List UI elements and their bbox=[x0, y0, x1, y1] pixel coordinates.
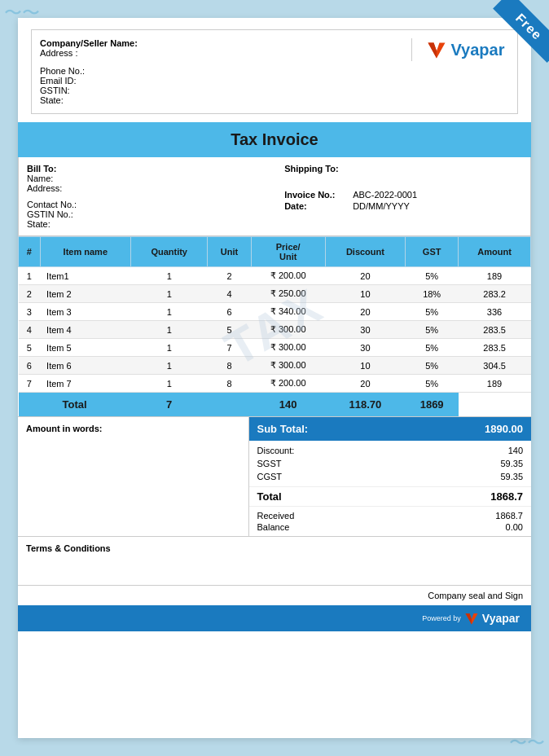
terms-section: Terms & Conditions bbox=[18, 536, 531, 585]
balance-value: 0.00 bbox=[506, 522, 523, 532]
cgst-row: CGST 59.35 bbox=[257, 470, 524, 483]
cell-name: Item 5 bbox=[40, 339, 130, 357]
state-label: State: bbox=[40, 95, 411, 105]
total-label: Total bbox=[19, 393, 131, 417]
totals-right-section: Sub Total: 1890.00 Discount: 140 SGST 59… bbox=[249, 417, 532, 536]
table-row: 1 Item1 1 2 ₹ 200.00 20 5% 189 bbox=[19, 267, 531, 285]
cell-name: Item1 bbox=[40, 267, 130, 285]
discount-label: Discount: bbox=[257, 446, 295, 455]
amount-words-label: Amount in words: bbox=[26, 424, 240, 433]
cell-name: Item 3 bbox=[40, 303, 130, 321]
header-section: Company/Seller Name: Address : Phone No.… bbox=[31, 29, 518, 114]
balance-row: Balance 0.00 bbox=[257, 521, 524, 533]
col-header-item: Item name bbox=[40, 237, 130, 267]
totals-detail: Discount: 140 SGST 59.35 CGST 59.35 bbox=[249, 441, 532, 487]
cell-gst: 5% bbox=[406, 303, 459, 321]
cell-amount: 283.5 bbox=[459, 321, 531, 339]
cell-discount: 20 bbox=[325, 375, 406, 393]
invoice-no-value: ABC-2022-0001 bbox=[353, 190, 417, 200]
table-row: 3 Item 3 1 6 ₹ 340.00 20 5% 336 bbox=[19, 303, 531, 321]
cell-gst: 5% bbox=[406, 357, 459, 375]
grand-total-row: Total 1868.7 bbox=[249, 487, 532, 507]
cell-name: Item 4 bbox=[40, 321, 130, 339]
table-row: 7 Item 7 1 8 ₹ 200.00 20 5% 189 bbox=[19, 375, 531, 393]
svg-marker-3 bbox=[465, 613, 472, 625]
discount-row: Discount: 140 bbox=[257, 444, 524, 457]
email-label: Email ID: bbox=[40, 76, 411, 86]
cell-unit: 6 bbox=[208, 303, 251, 321]
received-balance-section: Received 1868.7 Balance 0.00 bbox=[249, 507, 532, 536]
free-banner: Free bbox=[476, 0, 549, 73]
cell-gst: 5% bbox=[406, 321, 459, 339]
col-header-num: # bbox=[19, 237, 41, 267]
footer-v-icon bbox=[463, 610, 480, 626]
terms-label: Terms & Conditions bbox=[26, 543, 250, 553]
table-row: 6 Item 6 1 8 ₹ 300.00 10 5% 304.5 bbox=[19, 357, 531, 375]
cell-qty: 1 bbox=[131, 339, 208, 357]
cell-num: 4 bbox=[19, 321, 41, 339]
cell-num: 3 bbox=[19, 303, 41, 321]
cell-price: ₹ 340.00 bbox=[251, 303, 325, 321]
contact-label: Contact No.: bbox=[27, 200, 265, 209]
company-address-label: Address : bbox=[40, 48, 411, 58]
terms-left: Terms & Conditions bbox=[26, 543, 250, 578]
seal-label: Company seal and Sign bbox=[428, 591, 523, 600]
table-header-row: # Item name Quantity Unit Price/Unit Dis… bbox=[19, 237, 531, 267]
sub-total-value: 1890.00 bbox=[485, 423, 523, 435]
cell-discount: 10 bbox=[325, 285, 406, 303]
date-row: Date: DD/MM/YYYY bbox=[284, 201, 522, 211]
cell-qty: 1 bbox=[131, 321, 208, 339]
bill-address-label: Address: bbox=[27, 183, 265, 193]
bottom-section: Amount in words: Sub Total: 1890.00 Disc… bbox=[18, 416, 531, 536]
svg-marker-1 bbox=[428, 43, 437, 59]
cell-qty: 1 bbox=[131, 357, 208, 375]
footer-logo-area: Powered by Vyapar bbox=[422, 610, 520, 626]
amount-words-section: Amount in words: bbox=[18, 417, 249, 536]
sgst-row: SGST 59.35 bbox=[257, 457, 524, 470]
cell-num: 2 bbox=[19, 285, 41, 303]
cell-discount: 10 bbox=[325, 357, 406, 375]
cell-qty: 1 bbox=[131, 285, 208, 303]
col-header-qty: Quantity bbox=[131, 237, 208, 267]
sub-total-label: Sub Total: bbox=[257, 423, 309, 435]
cell-discount: 30 bbox=[325, 339, 406, 357]
gstin-no-label: GSTIN No.: bbox=[27, 209, 265, 219]
grand-total-value: 1868.7 bbox=[490, 490, 523, 503]
date-label: Date: bbox=[284, 201, 349, 211]
sgst-label: SGST bbox=[257, 459, 282, 468]
cell-num: 6 bbox=[19, 357, 41, 375]
cell-price: ₹ 300.00 bbox=[251, 321, 325, 339]
cell-unit: 5 bbox=[208, 321, 251, 339]
discount-value: 140 bbox=[508, 446, 523, 455]
cell-num: 7 bbox=[19, 375, 41, 393]
invoice-no-label: Invoice No.: bbox=[284, 190, 349, 200]
powered-by-text: Powered by bbox=[422, 614, 461, 622]
free-banner-text: Free bbox=[493, 0, 549, 63]
cgst-label: CGST bbox=[257, 472, 283, 481]
bill-to-label: Bill To: bbox=[27, 164, 265, 174]
table-row: 4 Item 4 1 5 ₹ 300.00 30 5% 283.5 bbox=[19, 321, 531, 339]
grand-total-label: Total bbox=[257, 490, 282, 503]
col-header-gst: GST bbox=[406, 237, 459, 267]
col-header-discount: Discount bbox=[325, 237, 406, 267]
items-table: # Item name Quantity Unit Price/Unit Dis… bbox=[18, 236, 531, 416]
cell-price: ₹ 200.00 bbox=[251, 267, 325, 285]
cell-name: Item 2 bbox=[40, 285, 130, 303]
invoice-title: Tax Invoice bbox=[18, 122, 531, 157]
company-name-label: Company/Seller Name: bbox=[40, 38, 411, 48]
cell-amount: 189 bbox=[459, 375, 531, 393]
cell-name: Item 6 bbox=[40, 357, 130, 375]
cell-qty: 1 bbox=[131, 267, 208, 285]
items-table-wrapper: TAX # Item name Quantity Unit Price/Unit… bbox=[18, 236, 531, 416]
footer: Powered by Vyapar bbox=[18, 605, 531, 631]
cell-unit: 7 bbox=[208, 339, 251, 357]
cell-discount: 30 bbox=[325, 321, 406, 339]
cell-amount: 304.5 bbox=[459, 357, 531, 375]
cell-name: Item 7 bbox=[40, 375, 130, 393]
cell-unit: 2 bbox=[208, 267, 251, 285]
cell-num: 1 bbox=[19, 267, 41, 285]
col-header-unit: Unit bbox=[208, 237, 251, 267]
gstin-label: GSTIN: bbox=[40, 86, 411, 95]
table-row: 2 Item 2 1 4 ₹ 250.00 10 18% 283.2 bbox=[19, 285, 531, 303]
table-total-row: Total 7 140 118.70 1869 bbox=[19, 393, 531, 417]
